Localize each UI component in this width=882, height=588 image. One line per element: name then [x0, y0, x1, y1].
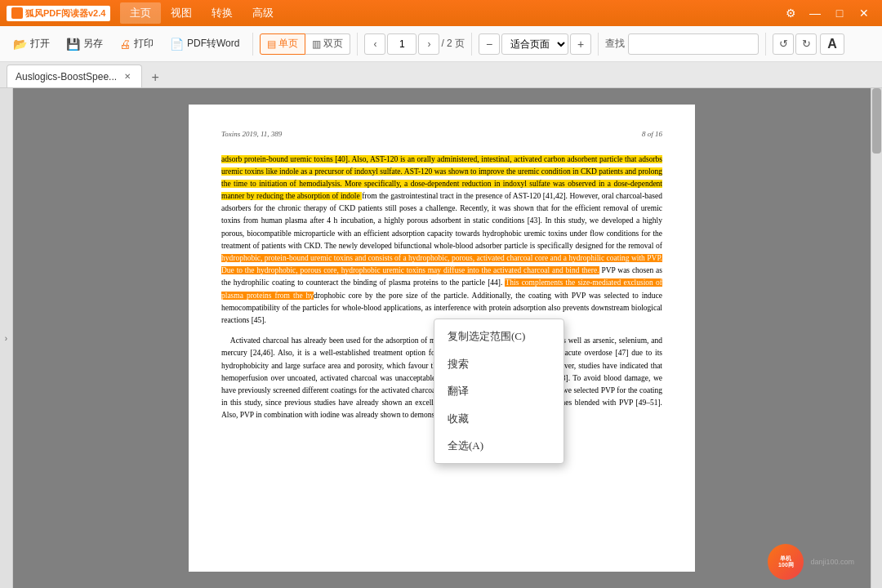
view-mode-group: ▤ 单页 ▥ 双页 — [260, 33, 350, 55]
pdf-page: Toxins 2019, 11, 389 8 of 16 adsorb prot… — [189, 105, 695, 572]
undo-button[interactable]: ↺ — [773, 33, 794, 55]
view-double-label: 双页 — [323, 37, 343, 51]
content-area: › Toxins 2019, 11, 389 8 of 16 adsorb pr… — [0, 88, 882, 588]
zoom-in-button[interactable]: + — [570, 33, 591, 55]
redo-button[interactable]: ↻ — [795, 33, 817, 55]
divider-3 — [471, 33, 472, 56]
page-navigation: ‹ › / 2 页 — [364, 33, 465, 55]
ctx-copy[interactable]: 复制选定范围(C) — [434, 323, 564, 350]
minimize-button[interactable]: — — [804, 4, 826, 22]
zoom-select[interactable]: 适合页面 50% 75% 100% 150% 200% — [501, 33, 568, 55]
save-label: 另存 — [83, 37, 103, 51]
ctx-translate-label: 翻译 — [448, 383, 469, 399]
ctx-search-label: 搜索 — [448, 356, 469, 372]
open-label: 打开 — [30, 37, 50, 51]
undo-redo-group: ↺ ↻ — [773, 33, 817, 55]
toolbar: 📂 打开 💾 另存 🖨 打印 📄 PDF转Word ▤ 单页 ▥ 双页 ‹ › … — [0, 26, 882, 62]
ctx-search[interactable]: 搜索 — [434, 350, 564, 378]
ctx-copy-label: 复制选定范围(C) — [448, 328, 525, 345]
search-label: 查找 — [605, 37, 625, 51]
header-left: Toxins 2019, 11, 389 — [221, 129, 282, 140]
divider-4 — [598, 33, 599, 56]
print-button[interactable]: 🖨 打印 — [113, 33, 160, 54]
tab-0[interactable]: Auslogics-BoostSpee... ✕ — [7, 65, 142, 87]
tab-label-0: Auslogics-BoostSpee... — [16, 71, 117, 82]
prev-page-button[interactable]: ‹ — [364, 33, 385, 55]
app-title: 狐风PDF阅读器v2.4 — [25, 7, 105, 20]
app-logo: 狐风PDF阅读器v2.4 — [7, 6, 110, 21]
next-page-button[interactable]: › — [418, 33, 439, 55]
pdf-word-icon: 📄 — [170, 38, 184, 51]
view-single-button[interactable]: ▤ 单页 — [260, 33, 305, 55]
ctx-translate[interactable]: 翻译 — [434, 377, 564, 405]
view-single-label: 单页 — [278, 37, 298, 51]
new-tab-button[interactable]: + — [145, 68, 165, 87]
left-panel-toggle[interactable]: › — [0, 88, 13, 588]
highlight-2: cing the absorption of indole — [270, 192, 362, 200]
double-page-icon: ▥ — [312, 38, 321, 50]
single-page-icon: ▤ — [267, 38, 276, 50]
page-total: / 2 页 — [441, 37, 465, 51]
menu-view[interactable]: 视图 — [161, 2, 202, 24]
open-icon: 📂 — [13, 38, 27, 51]
menu-advanced[interactable]: 高级 — [243, 2, 283, 24]
menu-home[interactable]: 主页 — [120, 2, 161, 24]
titlebar: 狐风PDF阅读器v2.4 主页 视图 转换 高级 ⚙ — □ ✕ — [0, 0, 882, 26]
pdf-area: Toxins 2019, 11, 389 8 of 16 adsorb prot… — [13, 88, 871, 588]
highlight-orange-1: hydrophobic, protein-bound uremic toxins… — [221, 254, 662, 274]
ctx-select-all-label: 全选(A) — [448, 438, 483, 454]
window-controls: ⚙ — □ ✕ — [779, 4, 875, 22]
divider-5 — [765, 33, 766, 56]
print-label: 打印 — [134, 37, 154, 51]
page-header: Toxins 2019, 11, 389 8 of 16 — [221, 129, 662, 140]
open-button[interactable]: 📂 打开 — [7, 33, 56, 54]
logo-icon — [11, 7, 23, 19]
divider-2 — [357, 33, 358, 56]
watermark-text: 单机 100网 — [778, 555, 794, 569]
zoom-out-button[interactable]: − — [479, 33, 500, 55]
divider-1 — [252, 33, 253, 56]
watermark: 单机 100网 danji100.com — [768, 544, 854, 580]
scrollbar[interactable] — [871, 88, 882, 588]
close-button[interactable]: ✕ — [853, 4, 875, 22]
text-1: from the gastrointestinal tract in the p… — [362, 192, 585, 200]
text-5: rous, biocompatible microparticle with a… — [229, 229, 495, 238]
header-right: 8 of 16 — [642, 129, 662, 140]
titlebar-menu: 主页 视图 转换 高级 — [120, 2, 776, 24]
tabbar: Auslogics-BoostSpee... ✕ + — [0, 62, 882, 88]
watermark-url: danji100.com — [810, 558, 854, 566]
zoom-group: − 适合页面 50% 75% 100% 150% 200% + — [479, 33, 591, 55]
print-icon: 🖨 — [119, 38, 131, 51]
restore-button[interactable]: □ — [828, 4, 851, 22]
toggle-icon: › — [5, 334, 7, 343]
font-size-button[interactable]: A — [820, 33, 844, 55]
page-number-input[interactable] — [387, 33, 416, 55]
ctx-select-all[interactable]: 全选(A) — [434, 432, 564, 460]
save-icon: 💾 — [66, 38, 80, 51]
pdf-word-label: PDF转Word — [187, 37, 239, 51]
scroll-thumb[interactable] — [872, 88, 881, 154]
context-menu: 复制选定范围(C) 搜索 翻译 收藏 全选(A) — [434, 318, 564, 464]
ctx-favorite[interactable]: 收藏 — [434, 405, 564, 433]
save-button[interactable]: 💾 另存 — [60, 33, 109, 54]
settings-button[interactable]: ⚙ — [779, 4, 802, 22]
ctx-favorite-label: 收藏 — [448, 411, 469, 427]
search-input[interactable] — [628, 33, 759, 55]
view-double-button[interactable]: ▥ 双页 — [305, 33, 350, 55]
tab-close-0[interactable]: ✕ — [122, 71, 133, 82]
menu-convert[interactable]: 转换 — [202, 2, 243, 24]
pdf-to-word-button[interactable]: 📄 PDF转Word — [163, 33, 246, 54]
para-2-indent — [221, 336, 230, 345]
watermark-circle: 单机 100网 — [768, 544, 804, 580]
